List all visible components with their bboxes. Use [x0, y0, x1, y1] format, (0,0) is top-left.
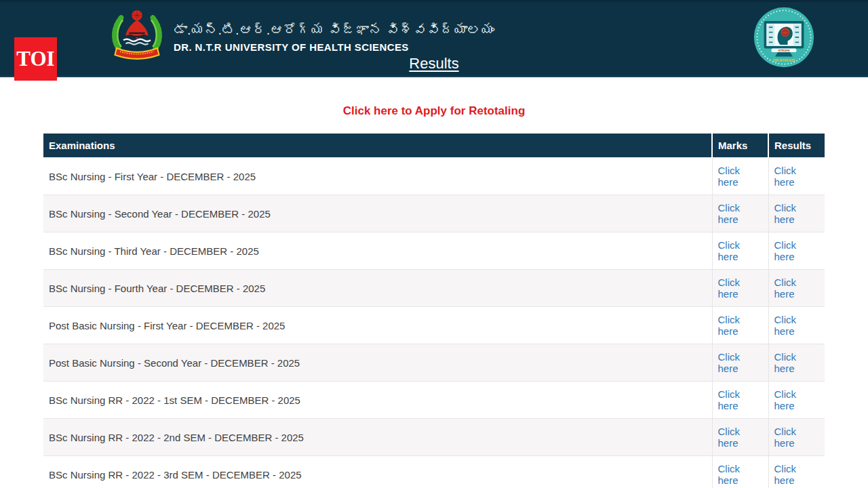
exam-row: Post Basic Nursing - Second Year - DECEM… — [43, 344, 825, 382]
marks-click-here-link[interactable]: Click here — [718, 351, 741, 374]
marks-click-here-link[interactable]: Click here — [718, 165, 741, 188]
results-click-here-link[interactable]: Click here — [774, 239, 797, 262]
marks-cell: Click here — [712, 307, 768, 344]
results-click-here-link[interactable]: Click here — [774, 202, 797, 225]
marks-cell: Click here — [712, 158, 768, 195]
results-cell: Click here — [768, 456, 825, 488]
exam-name-cell: BSc Nursing - First Year - DECEMBER - 20… — [43, 158, 712, 195]
marks-click-here-link[interactable]: Click here — [718, 239, 741, 262]
university-name-block: డా.యన్.టి.ఆర్.ఆరోగ్య విజ్ఞాన విశ్వవిద్యా… — [174, 21, 494, 53]
results-cell: Click here — [768, 232, 825, 270]
marks-cell: Click here — [712, 456, 768, 488]
exam-name-cell: BSc Nursing RR - 2022 - 1st SEM - DECEMB… — [43, 382, 712, 419]
results-table: Examinations Marks Results BSc Nursing -… — [43, 134, 825, 488]
exam-row: BSc Nursing RR - 2022 - 3rd SEM - DECEMB… — [43, 456, 825, 488]
results-click-here-link[interactable]: Click here — [774, 426, 797, 449]
results-table-header-row: Examinations Marks Results — [43, 134, 825, 158]
retotaling-row: Click here to Apply for Retotaling — [0, 104, 868, 118]
results-heading-wrap: Results — [0, 55, 868, 73]
results-table-container: Examinations Marks Results BSc Nursing -… — [43, 134, 825, 488]
marks-click-here-link[interactable]: Click here — [718, 426, 741, 449]
exam-row: BSc Nursing - Fourth Year - DECEMBER - 2… — [43, 270, 825, 307]
results-cell: Click here — [768, 195, 825, 232]
results-heading-link[interactable]: Results — [409, 55, 458, 72]
exam-row: BSc Nursing - Second Year - DECEMBER - 2… — [43, 195, 825, 232]
retotaling-link[interactable]: Click here to Apply for Retotaling — [343, 104, 526, 117]
marks-cell: Click here — [712, 419, 768, 456]
marks-cell: Click here — [712, 270, 768, 307]
marks-click-here-link[interactable]: Click here — [718, 202, 741, 225]
results-cell: Click here — [768, 344, 825, 382]
results-cell: Click here — [768, 307, 825, 344]
exam-name-cell: BSc Nursing - Third Year - DECEMBER - 20… — [43, 232, 712, 270]
university-name-english: DR. N.T.R UNIVERSITY OF HEALTH SCIENCES — [174, 41, 494, 53]
exam-row: Post Basic Nursing - First Year - DECEMB… — [43, 307, 825, 344]
marks-click-here-link[interactable]: Click here — [718, 388, 741, 411]
results-cell: Click here — [768, 158, 825, 195]
exam-name-cell: BSc Nursing - Second Year - DECEMBER - 2… — [43, 195, 712, 232]
results-click-here-link[interactable]: Click here — [774, 165, 797, 188]
toi-watermark: TOI — [14, 37, 57, 81]
exam-row: BSc Nursing - Third Year - DECEMBER - 20… — [43, 232, 825, 270]
exam-row: BSc Nursing RR - 2022 - 2nd SEM - DECEMB… — [43, 419, 825, 456]
marks-click-here-link[interactable]: Click here — [718, 463, 741, 486]
exam-name-cell: Post Basic Nursing - Second Year - DECEM… — [43, 344, 712, 382]
column-header-examinations: Examinations — [43, 134, 712, 158]
university-crest-icon — [108, 7, 165, 62]
results-click-here-link[interactable]: Click here — [774, 314, 797, 337]
exam-name-cell: Post Basic Nursing - First Year - DECEMB… — [43, 307, 712, 344]
marks-cell: Click here — [712, 382, 768, 419]
marks-click-here-link[interactable]: Click here — [718, 314, 741, 337]
toi-watermark-label: TOI — [16, 47, 54, 71]
results-cell: Click here — [768, 419, 825, 456]
exam-name-cell: BSc Nursing - Fourth Year - DECEMBER - 2… — [43, 270, 712, 307]
exam-name-cell: BSc Nursing RR - 2022 - 2nd SEM - DECEMB… — [43, 419, 712, 456]
university-name-telugu: డా.యన్.టి.ఆర్.ఆరోగ్య విజ్ఞాన విశ్వవిద్యా… — [174, 21, 494, 39]
results-cell: Click here — [768, 270, 825, 307]
results-table-body: BSc Nursing - First Year - DECEMBER - 20… — [43, 158, 825, 488]
exam-row: BSc Nursing RR - 2022 - 1st SEM - DECEMB… — [43, 382, 825, 419]
header-banner: డా.యన్.టి.ఆర్.ఆరోగ్య విజ్ఞాన విశ్వవిద్యా… — [0, 0, 868, 77]
results-click-here-link[interactable]: Click here — [774, 463, 797, 486]
column-header-marks: Marks — [712, 134, 768, 158]
column-header-results: Results — [768, 134, 825, 158]
svg-text:NTRUHS: NTRUHS — [778, 49, 789, 52]
marks-cell: Click here — [712, 344, 768, 382]
results-click-here-link[interactable]: Click here — [774, 277, 797, 300]
exam-name-cell: BSc Nursing RR - 2022 - 3rd SEM - DECEMB… — [43, 456, 712, 488]
results-click-here-link[interactable]: Click here — [774, 351, 797, 374]
results-cell: Click here — [768, 382, 825, 419]
marks-cell: Click here — [712, 232, 768, 270]
results-click-here-link[interactable]: Click here — [774, 388, 797, 411]
marks-click-here-link[interactable]: Click here — [718, 277, 741, 300]
exam-row: BSc Nursing - First Year - DECEMBER - 20… — [43, 158, 825, 195]
marks-cell: Click here — [712, 195, 768, 232]
